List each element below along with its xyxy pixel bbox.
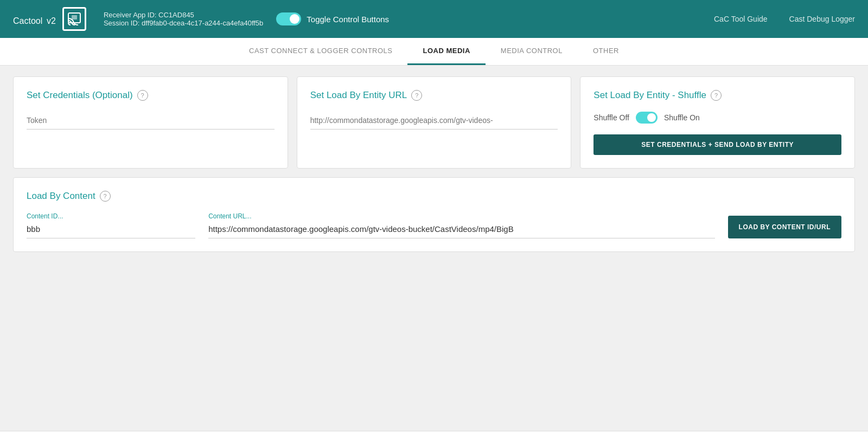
entity-url-help-icon[interactable]: ? <box>411 90 422 101</box>
load-by-content-title-text: Load By Content <box>27 191 95 202</box>
load-by-content-button[interactable]: LOAD BY CONTENT ID/URL <box>728 216 841 238</box>
content-id-value[interactable]: bbb <box>27 222 195 238</box>
cast-debug-logger-link[interactable]: Cast Debug Logger <box>789 15 855 23</box>
logo-version: v2 <box>47 16 56 25</box>
entity-url-field[interactable] <box>310 112 558 130</box>
credentials-title: Set Credentials (Optional) ? <box>27 90 275 101</box>
entity-url-title: Set Load By Entity URL ? <box>310 90 558 101</box>
receiver-app-id: Receiver App ID: CC1AD845 <box>104 11 263 19</box>
cast-icon <box>62 7 86 31</box>
session-info: Receiver App ID: CC1AD845 Session ID: df… <box>104 11 263 27</box>
credentials-help-icon[interactable]: ? <box>137 90 148 101</box>
tab-load-media[interactable]: LOAD MEDIA <box>407 38 485 65</box>
set-credentials-send-entity-button[interactable]: SET CREDENTIALS + SEND LOAD BY ENTITY <box>593 134 841 155</box>
entity-url-card: Set Load By Entity URL ? <box>297 76 572 169</box>
main-content: Set Credentials (Optional) ? Set Load By… <box>0 66 868 431</box>
session-id: Session ID: dff9fab0-dcea-4c17-a244-ca4e… <box>104 19 263 27</box>
content-fields: Content ID... bbb Content URL... https:/… <box>27 212 841 238</box>
header-links: CaC Tool Guide Cast Debug Logger <box>714 15 855 23</box>
entity-shuffle-title-text: Set Load By Entity - Shuffle <box>593 90 706 101</box>
load-by-content-help-icon[interactable]: ? <box>100 191 111 202</box>
tab-media-control[interactable]: MEDIA CONTROL <box>486 38 578 65</box>
logo-name: Cactool <box>13 16 42 25</box>
load-by-content-title: Load By Content ? <box>27 191 841 202</box>
bottom-section: LOG MESSAGES MEDIA INFO MEDIA STATUS Cus… <box>0 431 868 433</box>
content-id-group: Content ID... bbb <box>27 212 195 238</box>
entity-shuffle-help-icon[interactable]: ? <box>711 90 722 101</box>
shuffle-off-label: Shuffle Off <box>593 113 629 122</box>
logo: Cactool v2 <box>13 7 86 31</box>
load-content-button-wrapper: LOAD BY CONTENT ID/URL <box>728 216 841 238</box>
credentials-card: Set Credentials (Optional) ? <box>13 76 288 169</box>
toggle-label: Toggle Control Buttons <box>307 15 389 24</box>
content-id-label: Content ID... <box>27 212 195 220</box>
entity-shuffle-card: Set Load By Entity - Shuffle ? Shuffle O… <box>580 76 855 169</box>
shuffle-toggle[interactable] <box>636 112 658 124</box>
main-tabs-bar: CAST CONNECT & LOGGER CONTROLS LOAD MEDI… <box>0 38 868 66</box>
svg-rect-1 <box>72 15 77 20</box>
entity-url-input[interactable] <box>310 112 558 130</box>
top-cards-row: Set Credentials (Optional) ? Set Load By… <box>13 76 855 169</box>
cac-tool-guide-link[interactable]: CaC Tool Guide <box>714 15 768 23</box>
token-input[interactable] <box>27 112 275 130</box>
control-buttons-toggle[interactable] <box>276 12 301 25</box>
entity-shuffle-title: Set Load By Entity - Shuffle ? <box>593 90 841 101</box>
load-by-content-card: Load By Content ? Content ID... bbb Cont… <box>13 177 855 252</box>
shuffle-on-label: Shuffle On <box>664 113 700 122</box>
token-field[interactable] <box>27 112 275 130</box>
shuffle-row: Shuffle Off Shuffle On <box>593 112 841 124</box>
logo-text: Cactool v2 <box>13 10 56 28</box>
content-url-group: Content URL... https://commondatastorage… <box>208 212 714 238</box>
tab-cast-connect[interactable]: CAST CONNECT & LOGGER CONTROLS <box>234 38 407 65</box>
credentials-title-text: Set Credentials (Optional) <box>27 90 133 101</box>
content-url-label: Content URL... <box>208 212 714 220</box>
app-header: Cactool v2 Receiver App ID: CC1AD845 Ses… <box>0 0 868 38</box>
content-url-value[interactable]: https://commondatastorage.googleapis.com… <box>208 222 714 238</box>
tab-other[interactable]: OTHER <box>578 38 634 65</box>
entity-url-title-text: Set Load By Entity URL <box>310 90 407 101</box>
toggle-section[interactable]: Toggle Control Buttons <box>276 12 389 25</box>
